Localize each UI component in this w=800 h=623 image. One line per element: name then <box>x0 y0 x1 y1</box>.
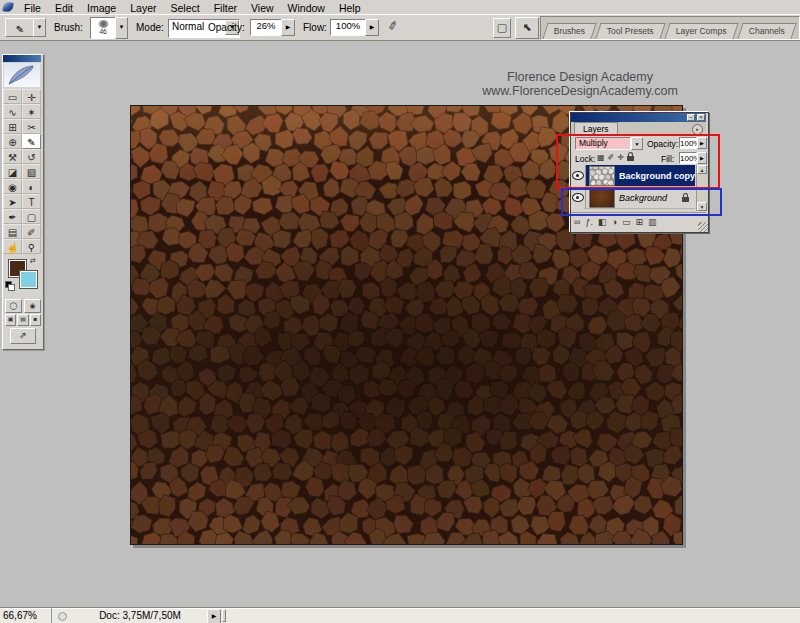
hand-tool[interactable]: ☝ <box>3 239 22 254</box>
background-color-swatch[interactable] <box>19 270 38 289</box>
menu-item-help[interactable]: Help <box>332 2 368 14</box>
dodge-tool[interactable]: ◐ <box>22 179 41 194</box>
well-tab-label: Tool Presets <box>607 24 654 39</box>
watch-icon <box>58 612 67 621</box>
eyedropper-tool[interactable]: ✐ <box>22 224 41 239</box>
default-colors-icon[interactable] <box>5 281 14 290</box>
doc-size-info: Doc: 3,75M/7,50M <box>75 608 205 623</box>
menu-bar: FileEditImageLayerSelectFilterViewWindow… <box>0 0 800 15</box>
well-tab-label: Channels <box>748 24 784 39</box>
flow-label: Flow: <box>303 22 327 33</box>
rectangular-marquee-tool[interactable]: ▭ <box>3 89 22 104</box>
new-layer-icon[interactable]: ⊞ <box>635 214 643 231</box>
blur-tool[interactable]: ◉ <box>3 179 22 194</box>
well-tab-channels[interactable]: Channels <box>737 23 796 39</box>
tools-grid: ▭✛∿✶⊞✂⊕✎⚒↺◪▧◉◐➤T✒▢▤✐☝⚲ <box>3 89 41 254</box>
fullscreen-button[interactable]: ■ <box>30 314 41 326</box>
brush-preview[interactable]: 46 <box>90 17 116 39</box>
delete-layer-icon[interactable]: ▥ <box>648 214 657 231</box>
layer-mask-icon[interactable]: ◧ <box>598 214 607 231</box>
watermark-text: Florence Design Academy www.FlorenceDesi… <box>430 71 730 98</box>
blue-annotation-box <box>561 188 722 216</box>
notes-tool[interactable]: ▤ <box>3 224 22 239</box>
color-block: ⇄ <box>3 257 41 297</box>
gradient-tool[interactable]: ▧ <box>22 164 41 179</box>
menu-item-file[interactable]: File <box>17 2 48 14</box>
opacity-field[interactable]: 26% <box>250 19 282 36</box>
zoom-level-field[interactable]: 66,67% <box>0 608 52 623</box>
zoom-tool[interactable]: ⚲ <box>22 239 41 254</box>
link-layers-icon[interactable]: ∞ <box>574 214 580 231</box>
close-icon[interactable]: × <box>697 114 705 121</box>
move-tool[interactable]: ✛ <box>22 89 41 104</box>
well-tab-label: Layer Comps <box>676 24 727 39</box>
layers-panel-titlebar[interactable]: – × <box>571 113 706 122</box>
photoshop-icon <box>2 1 14 13</box>
standard-screen-button[interactable]: ▣ <box>5 314 16 326</box>
lasso-tool[interactable]: ∿ <box>3 104 22 119</box>
watermark-line2: www.FlorenceDesignAcademy.com <box>430 84 730 98</box>
tool-options-bar: ✎ ▼ Brush: 46 ▼ Mode: Normal ▼ Opacity: … <box>0 14 800 41</box>
well-tab-brushes[interactable]: Brushes <box>542 23 596 39</box>
status-bar: 66,67% Doc: 3,75M/7,50M ▶ <box>0 607 800 623</box>
new-group-icon[interactable]: ▭ <box>622 214 631 231</box>
layer-style-icon[interactable]: ƒ. <box>585 214 593 231</box>
quickmask-mode-button[interactable]: ◉ <box>24 299 41 313</box>
well-tab-layer-comps[interactable]: Layer Comps <box>664 23 738 39</box>
minimize-icon[interactable]: – <box>687 114 695 121</box>
standard-mode-button[interactable]: ◯ <box>5 299 22 313</box>
menu-item-filter[interactable]: Filter <box>207 2 244 14</box>
menu-item-image[interactable]: Image <box>80 2 123 14</box>
airbrush-icon[interactable]: ✐ <box>386 18 399 34</box>
mode-label: Mode: <box>136 22 164 33</box>
menu-item-edit[interactable]: Edit <box>48 2 80 14</box>
slice-tool[interactable]: ✂ <box>22 119 41 134</box>
brush-tool[interactable]: ✎ <box>22 134 41 149</box>
quickmask-row: ◯ ◉ <box>5 299 41 313</box>
swap-colors-icon[interactable]: ⇄ <box>30 257 36 265</box>
brush-size: 46 <box>99 28 106 35</box>
clone-stamp-tool[interactable]: ⚒ <box>3 149 22 164</box>
screenmode-row: ▣ ▤ ■ <box>5 314 41 326</box>
status-options-arrow[interactable]: ▶ <box>207 609 221 623</box>
well-tab-tool-presets[interactable]: Tool Presets <box>596 23 666 39</box>
path-selection-tool[interactable]: ➤ <box>3 194 22 209</box>
magic-wand-tool[interactable]: ✶ <box>22 104 41 119</box>
tool-preset-dropdown-arrow[interactable]: ▼ <box>33 18 46 37</box>
menu-item-view[interactable]: View <box>244 2 281 14</box>
brush-dropdown-arrow[interactable]: ▼ <box>115 17 128 39</box>
photoshop-feather-logo <box>4 63 40 87</box>
jump-to-imageready-button[interactable]: ⇗ <box>10 328 36 344</box>
flow-field[interactable]: 100% <box>330 19 366 36</box>
toolbox-dragbar[interactable] <box>3 55 41 62</box>
well-tab-label: Brushes <box>554 24 585 39</box>
pen-tool[interactable]: ✒ <box>3 209 22 224</box>
type-tool[interactable]: T <box>22 194 41 209</box>
menu-item-layer[interactable]: Layer <box>123 2 163 14</box>
opacity-slider-arrow[interactable]: ▶ <box>281 19 295 36</box>
status-divider <box>222 609 226 622</box>
shape-tool[interactable]: ▢ <box>22 209 41 224</box>
brush-label: Brush: <box>54 22 83 33</box>
toolbox: ▭✛∿✶⊞✂⊕✎⚒↺◪▧◉◐➤T✒▢▤✐☝⚲ ⇄ ◯ ◉ ▣ ▤ ■ ⇗ <box>2 54 44 350</box>
mode-value: Normal <box>172 21 204 32</box>
menu-item-window[interactable]: Window <box>281 2 332 14</box>
brush-icon: ✎ <box>16 24 24 35</box>
opacity-value: 26% <box>256 20 275 31</box>
fullscreen-menubar-button[interactable]: ▤ <box>17 314 28 326</box>
flow-value: 100% <box>336 20 360 31</box>
brush-palette-toggle-icon[interactable]: ⬉ <box>515 17 539 39</box>
file-browser-icon[interactable]: ▢ <box>493 18 511 38</box>
crop-tool[interactable]: ⊞ <box>3 119 22 134</box>
panel-resize-grip[interactable] <box>698 222 708 232</box>
healing-brush-tool[interactable]: ⊕ <box>3 134 22 149</box>
red-annotation-box <box>556 134 720 189</box>
flow-slider-arrow[interactable]: ▶ <box>365 19 379 36</box>
menu-item-select[interactable]: Select <box>163 2 206 14</box>
palette-well: BrushesTool PresetsLayer CompsChannels <box>540 16 800 40</box>
watermark-line1: Florence Design Academy <box>430 71 730 84</box>
history-brush-tool[interactable]: ↺ <box>22 149 41 164</box>
tool-preset-picker[interactable]: ✎ <box>5 18 35 37</box>
adjustment-layer-icon[interactable]: ◑ <box>611 214 616 231</box>
eraser-tool[interactable]: ◪ <box>3 164 22 179</box>
